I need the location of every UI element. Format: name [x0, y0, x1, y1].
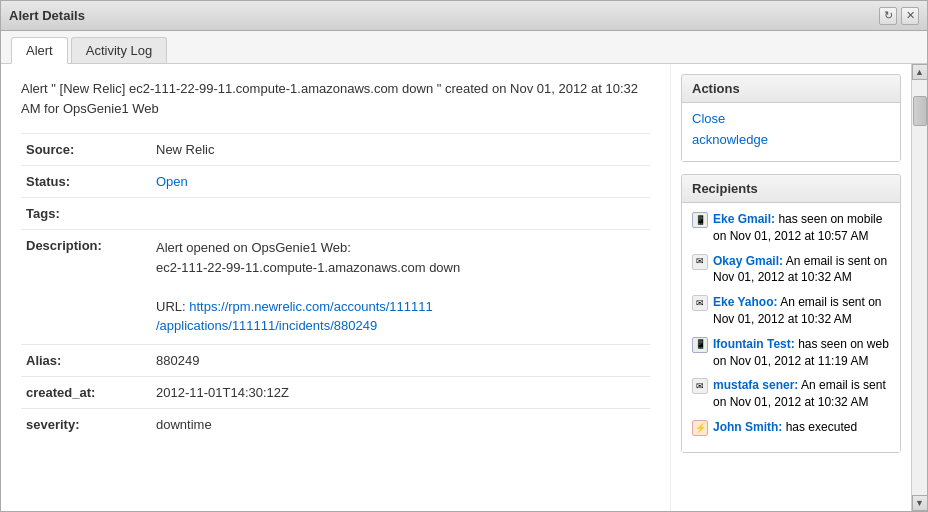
main-content: Alert " [New Relic] ec2-111-22-99-11.com…: [1, 64, 671, 511]
field-source: Source: New Relic: [21, 134, 650, 166]
recipients-section-body: 📱 Eke Gmail: has seen on mobile on Nov 0…: [682, 203, 900, 452]
field-value-status: Open: [151, 166, 650, 198]
field-severity: severity: downtime: [21, 408, 650, 440]
refresh-button[interactable]: ↻: [879, 7, 897, 25]
field-value-alias: 880249: [151, 344, 650, 376]
recipient-icon-mobile-ifountain: 📱: [692, 337, 708, 353]
recipient-text-eke-gmail: Eke Gmail: has seen on mobile on Nov 01,…: [713, 211, 890, 245]
recipient-okay-gmail: ✉ Okay Gmail: An email is sent on Nov 01…: [692, 253, 890, 287]
recipient-icon-email-eke-yahoo: ✉: [692, 295, 708, 311]
recipient-eke-gmail: 📱 Eke Gmail: has seen on mobile on Nov 0…: [692, 211, 890, 245]
recipient-name-john[interactable]: John Smith:: [713, 420, 782, 434]
field-value-source: New Relic: [151, 134, 650, 166]
fields-table: Source: New Relic Status: Open Tags: Des…: [21, 133, 650, 440]
dialog-titlebar: Alert Details ↻ ✕: [1, 1, 927, 31]
actions-section-title: Actions: [682, 75, 900, 103]
field-label-status: Status:: [21, 166, 151, 198]
recipient-eke-yahoo: ✉ Eke Yahoo: An email is sent on Nov 01,…: [692, 294, 890, 328]
scrollbar-thumb[interactable]: [913, 96, 927, 126]
alert-details-dialog: Alert Details ↻ ✕ Alert Activity Log Ale…: [0, 0, 928, 512]
recipient-status-john: has executed: [786, 420, 857, 434]
recipient-text-ifountain: Ifountain Test: has seen on web on Nov 0…: [713, 336, 890, 370]
actions-section-body: Close acknowledge: [682, 103, 900, 161]
alert-header: Alert " [New Relic] ec2-111-22-99-11.com…: [21, 79, 650, 118]
scrollbar-arrow-up[interactable]: ▲: [912, 64, 928, 80]
field-alias: Alias: 880249: [21, 344, 650, 376]
recipient-text-john: John Smith: has executed: [713, 419, 857, 436]
recipient-john-smith: ⚡ John Smith: has executed: [692, 419, 890, 436]
description-url-link[interactable]: https://rpm.newrelic.com/accounts/111111…: [156, 299, 433, 334]
recipients-section-title: Recipients: [682, 175, 900, 203]
acknowledge-action-link[interactable]: acknowledge: [692, 132, 890, 147]
dialog-body: Alert " [New Relic] ec2-111-22-99-11.com…: [1, 64, 927, 511]
recipient-text-okay-gmail: Okay Gmail: An email is sent on Nov 01, …: [713, 253, 890, 287]
scrollbar-arrow-down[interactable]: ▼: [912, 495, 928, 511]
dialog-title: Alert Details: [9, 8, 85, 23]
titlebar-buttons: ↻ ✕: [879, 7, 919, 25]
tab-alert[interactable]: Alert: [11, 37, 68, 64]
recipient-ifountain-test: 📱 Ifountain Test: has seen on web on Nov…: [692, 336, 890, 370]
field-tags: Tags:: [21, 198, 650, 230]
field-label-created-at: created_at:: [21, 376, 151, 408]
field-label-description: Description:: [21, 230, 151, 345]
recipient-icon-script-john: ⚡: [692, 420, 708, 436]
tab-activity-log[interactable]: Activity Log: [71, 37, 167, 63]
field-value-severity: downtime: [151, 408, 650, 440]
close-action-link[interactable]: Close: [692, 111, 890, 126]
field-value-created-at: 2012-11-01T14:30:12Z: [151, 376, 650, 408]
recipients-section: Recipients 📱 Eke Gmail: has seen on mobi…: [681, 174, 901, 453]
field-created-at: created_at: 2012-11-01T14:30:12Z: [21, 376, 650, 408]
tabs-bar: Alert Activity Log: [1, 31, 927, 64]
recipient-text-mustafa: mustafa sener: An email is sent on Nov 0…: [713, 377, 890, 411]
field-status: Status: Open: [21, 166, 650, 198]
recipient-name-ifountain[interactable]: Ifountain Test:: [713, 337, 795, 351]
field-description: Description: Alert opened on OpsGenie1 W…: [21, 230, 650, 345]
field-label-severity: severity:: [21, 408, 151, 440]
recipient-icon-email-okay: ✉: [692, 254, 708, 270]
sidebar: Actions Close acknowledge Recipients 📱 E…: [671, 64, 911, 511]
recipient-text-eke-yahoo: Eke Yahoo: An email is sent on Nov 01, 2…: [713, 294, 890, 328]
close-dialog-button[interactable]: ✕: [901, 7, 919, 25]
recipient-icon-email-mustafa: ✉: [692, 378, 708, 394]
recipient-mustafa-sener: ✉ mustafa sener: An email is sent on Nov…: [692, 377, 890, 411]
field-value-description: Alert opened on OpsGenie1 Web: ec2-111-2…: [151, 230, 650, 345]
field-label-alias: Alias:: [21, 344, 151, 376]
recipient-name-okay-gmail[interactable]: Okay Gmail:: [713, 254, 783, 268]
recipient-icon-mobile: 📱: [692, 212, 708, 228]
field-label-tags: Tags:: [21, 198, 151, 230]
recipient-name-eke-yahoo[interactable]: Eke Yahoo:: [713, 295, 777, 309]
field-label-source: Source:: [21, 134, 151, 166]
field-value-tags: [151, 198, 650, 230]
scrollbar-track: ▲ ▼: [911, 64, 927, 511]
recipient-name-eke-gmail[interactable]: Eke Gmail:: [713, 212, 775, 226]
recipient-name-mustafa[interactable]: mustafa sener:: [713, 378, 798, 392]
actions-section: Actions Close acknowledge: [681, 74, 901, 162]
